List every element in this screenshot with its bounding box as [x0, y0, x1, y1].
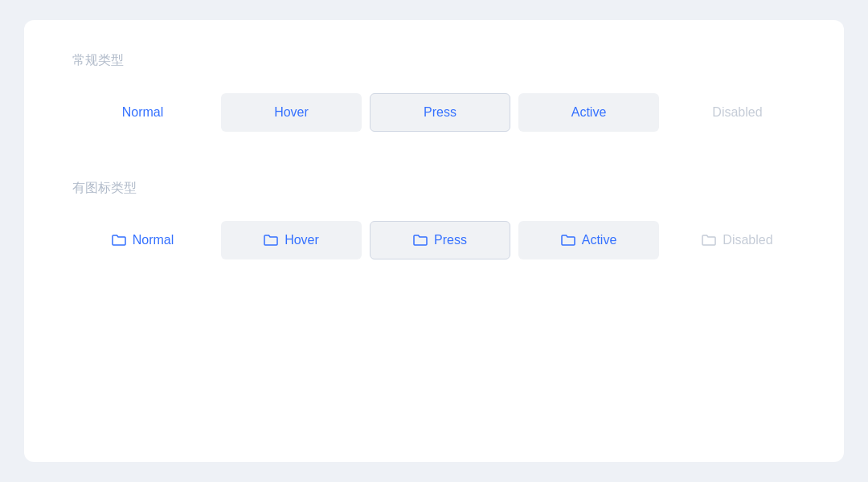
icon-disabled-button: Disabled: [667, 221, 808, 259]
icon-active-button[interactable]: Active: [518, 221, 659, 259]
regular-disabled-button: Disabled: [667, 93, 808, 132]
folder-icon-normal: [112, 234, 126, 247]
main-card: 常规类型 Normal Hover Press Active Disabled …: [24, 20, 844, 462]
regular-hover-button[interactable]: Hover: [221, 93, 362, 132]
folder-icon-disabled: [702, 234, 716, 247]
folder-icon-hover: [264, 234, 278, 247]
icon-press-button[interactable]: Press: [370, 221, 510, 259]
regular-active-button[interactable]: Active: [518, 93, 659, 132]
regular-active-label: Active: [571, 105, 607, 120]
icon-press-label: Press: [434, 233, 467, 247]
icon-normal-label: Normal: [133, 233, 174, 247]
icon-hover-button[interactable]: Hover: [221, 221, 362, 259]
regular-press-label: Press: [424, 105, 457, 120]
regular-disabled-label: Disabled: [712, 105, 762, 120]
icon-section: 有图标类型 Normal Hover: [72, 180, 796, 259]
regular-section: 常规类型 Normal Hover Press Active Disabled: [72, 52, 796, 132]
icon-button-row: Normal Hover Press: [72, 221, 796, 259]
regular-button-row: Normal Hover Press Active Disabled: [72, 93, 796, 132]
folder-icon-press: [413, 234, 428, 247]
icon-disabled-label: Disabled: [723, 233, 772, 247]
icon-section-title: 有图标类型: [72, 180, 796, 197]
regular-normal-label: Normal: [122, 105, 164, 120]
icon-hover-label: Hover: [285, 233, 319, 247]
folder-icon-active: [561, 234, 575, 247]
icon-normal-button[interactable]: Normal: [72, 221, 213, 259]
icon-active-label: Active: [582, 233, 617, 247]
regular-press-button[interactable]: Press: [370, 93, 510, 132]
regular-normal-button[interactable]: Normal: [72, 93, 213, 132]
regular-hover-label: Hover: [274, 105, 309, 120]
regular-section-title: 常规类型: [72, 52, 796, 69]
